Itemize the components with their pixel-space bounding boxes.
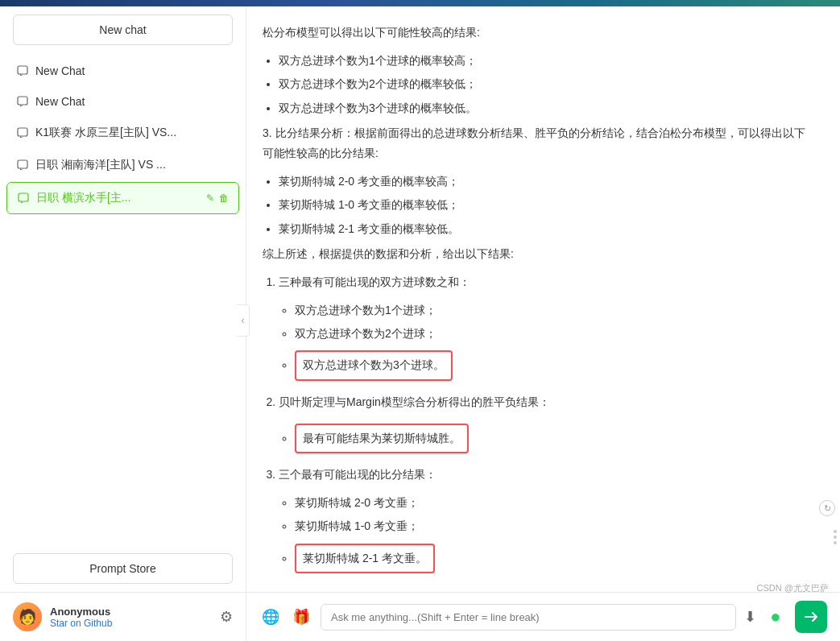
dot-2	[834, 536, 837, 539]
gift-icon[interactable]: 🎁	[290, 606, 312, 628]
user-name: Anonymous	[50, 606, 212, 618]
dot-1	[834, 530, 837, 533]
chat-icon-4	[16, 159, 29, 172]
chat-content: 松分布模型可以得出以下可能性较高的结果: 双方总进球个数为1个进球的概率较高； …	[246, 6, 840, 592]
input-icons-left: 🌐 🎁	[259, 606, 312, 628]
section-3-title: 3. 比分结果分析：根据前面得出的总进球数分析结果、胜平负的分析结论，结合泊松分…	[263, 123, 816, 163]
result-2-list: 最有可能结果为莱切斯特城胜。	[295, 420, 816, 457]
highlight-3-goals: 双方总进球个数为3个进球。	[295, 350, 453, 380]
chat-list: New Chat New Chat K1联赛 水原三星[主队] VS...	[0, 53, 246, 545]
summary-intro: 综上所述，根据提供的数据和分析，给出以下结果:	[263, 244, 816, 264]
chat-icon-2	[16, 95, 29, 108]
chat-label-5: 日职 横滨水手[主...	[36, 191, 203, 205]
list-item: 双方总进球个数为2个进球；	[295, 324, 816, 344]
input-bar: 🌐 🎁 ⬇ ●	[246, 592, 840, 641]
result-item-1: 三种最有可能出现的双方进球数之和： 双方总进球个数为1个进球； 双方总进球个数为…	[279, 272, 816, 384]
intro-text: 松分布模型可以得出以下可能性较高的结果:	[263, 23, 816, 43]
edit-icon[interactable]: ✎	[206, 192, 214, 204]
chat-label-3: K1联赛 水原三星[主队] VS...	[35, 126, 230, 140]
chat-item-4[interactable]: 日职 湘南海洋[主队] VS ...	[6, 150, 239, 180]
chat-icon-1	[16, 64, 29, 77]
new-chat-button[interactable]: New chat	[13, 14, 233, 45]
chat-item-5-actions: ✎ 🗑	[206, 192, 229, 204]
highlight-score: 莱切斯特城 2-1 考文垂。	[295, 544, 435, 573]
chat-label-2: New Chat	[35, 95, 230, 108]
whatsapp-icon[interactable]: ●	[764, 606, 787, 628]
send-button[interactable]	[795, 601, 827, 633]
top-bar	[0, 0, 840, 6]
globe-icon[interactable]: 🌐	[259, 606, 282, 628]
list-2: 莱切斯特城 2-0 考文垂的概率较高； 莱切斯特城 1-0 考文垂的概率较低； …	[279, 172, 816, 239]
dot-3	[834, 541, 837, 544]
result-item-2: 贝叶斯定理与Margin模型综合分析得出的胜平负结果： 最有可能结果为莱切斯特城…	[279, 392, 816, 457]
result-1-list: 双方总进球个数为1个进球； 双方总进球个数为2个进球； 双方总进球个数为3个进球…	[295, 300, 816, 384]
chat-label-1: New Chat	[35, 64, 230, 77]
result-1-title: 三种最有可能出现的双方进球数之和：	[279, 272, 816, 292]
list-item: 双方总进球个数为2个进球的概率较低；	[279, 74, 816, 94]
chat-label-4: 日职 湘南海洋[主队] VS ...	[35, 158, 230, 172]
three-dots-menu[interactable]	[834, 530, 837, 544]
chat-input[interactable]	[321, 604, 736, 631]
result-item-3: 三个最有可能出现的比分结果： 莱切斯特城 2-0 考文垂； 莱切斯特城 1-0 …	[279, 465, 816, 577]
user-sub[interactable]: Star on Github	[50, 618, 212, 629]
list-item: 莱切斯特城 2-1 考文垂。	[295, 540, 816, 577]
avatar: 🧑	[13, 602, 42, 631]
svg-rect-3	[18, 160, 27, 168]
svg-rect-4	[19, 193, 28, 201]
sidebar: New chat New Chat New Chat	[0, 6, 246, 641]
list-item: 莱切斯特城 2-0 考文垂的概率较高；	[279, 172, 816, 192]
download-icon[interactable]: ⬇	[744, 608, 756, 626]
list-item: 双方总进球个数为1个进球；	[295, 300, 816, 320]
watermark: CSDN @尤文巴萨	[757, 582, 829, 594]
delete-icon[interactable]: 🗑	[219, 192, 229, 204]
chat-item-1[interactable]: New Chat	[6, 56, 239, 85]
user-info: Anonymous Star on Github	[50, 606, 212, 629]
chat-item-3[interactable]: K1联赛 水原三星[主队] VS...	[6, 118, 239, 148]
list-item: 莱切斯特城 1-0 考文垂；	[295, 516, 816, 536]
result-3-list: 莱切斯特城 2-0 考文垂； 莱切斯特城 1-0 考文垂； 莱切斯特城 2-1 …	[295, 493, 816, 577]
chat-item-5[interactable]: 日职 横滨水手[主... ✎ 🗑	[6, 182, 239, 214]
highlight-win: 最有可能结果为莱切斯特城胜。	[295, 424, 469, 453]
prompt-store-button[interactable]: Prompt Store	[13, 553, 233, 584]
list-item: 双方总进球个数为3个进球。	[295, 347, 816, 383]
list-item: 双方总进球个数为1个进球的概率较高；	[279, 51, 816, 71]
refresh-icon[interactable]: ↻	[819, 500, 835, 516]
collapse-arrow[interactable]: ‹	[237, 304, 250, 337]
gear-icon[interactable]: ⚙	[220, 608, 233, 626]
result-list: 三种最有可能出现的双方进球数之和： 双方总进球个数为1个进球； 双方总进球个数为…	[279, 272, 816, 577]
svg-rect-2	[18, 128, 27, 136]
list-item: 双方总进球个数为3个进球的概率较低。	[279, 98, 816, 118]
list-item: 最有可能结果为莱切斯特城胜。	[295, 420, 816, 457]
user-bar: 🧑 Anonymous Star on Github ⚙	[0, 592, 246, 641]
list-1: 双方总进球个数为1个进球的概率较高； 双方总进球个数为2个进球的概率较低； 双方…	[279, 51, 816, 118]
main-container: New chat New Chat New Chat	[0, 6, 840, 641]
result-2-title: 贝叶斯定理与Margin模型综合分析得出的胜平负结果：	[279, 392, 816, 412]
chat-area: 松分布模型可以得出以下可能性较高的结果: 双方总进球个数为1个进球的概率较高； …	[246, 6, 840, 641]
svg-rect-0	[18, 66, 27, 74]
list-item: 莱切斯特城 2-0 考文垂；	[295, 493, 816, 513]
svg-rect-1	[18, 97, 27, 105]
chat-item-2[interactable]: New Chat	[6, 87, 239, 116]
list-item: 莱切斯特城 2-1 考文垂的概率较低。	[279, 219, 816, 239]
result-3-title: 三个最有可能出现的比分结果：	[279, 465, 816, 485]
chat-icon-5	[17, 192, 30, 205]
chat-icon-3	[16, 126, 29, 139]
list-item: 莱切斯特城 1-0 考文垂的概率较低；	[279, 195, 816, 215]
